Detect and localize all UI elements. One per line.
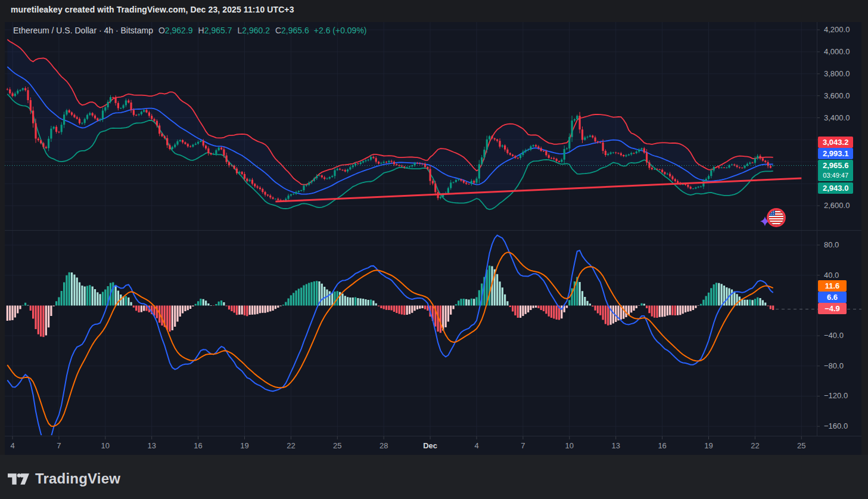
- time-axis-label: 4: [474, 441, 478, 450]
- close-label: C: [275, 26, 281, 35]
- high-label: H: [198, 26, 204, 35]
- time-scale[interactable]: 4710131619222528Dec47101316192225: [5, 436, 817, 455]
- time-axis-label: 10: [101, 441, 110, 450]
- price-axis-label: 4,200.0: [824, 25, 850, 35]
- symbol-legend[interactable]: Ethereum / U.S. Dollar · 4h · BitstampO2…: [13, 26, 367, 36]
- lower-band-badge: 2,943.0: [818, 182, 853, 194]
- symbol-title: Ethereum / U.S. Dollar · 4h · Bitstamp: [13, 26, 153, 35]
- change-value: +2.6 (+0.09%): [314, 26, 367, 35]
- bar-countdown: 03:49:47: [823, 171, 848, 179]
- time-axis-label: 7: [521, 441, 525, 450]
- time-axis-label: 22: [751, 441, 759, 450]
- macd-axis-label: −40.0: [824, 331, 844, 340]
- price-axis-label: 4,000.0: [824, 47, 850, 57]
- time-axis-label: 28: [379, 441, 388, 450]
- time-axis-label: 16: [194, 441, 202, 450]
- time-axis-label: 19: [240, 441, 248, 450]
- macd-histogram-badge: −4.9: [818, 303, 847, 314]
- basis-badge: 2,993.1: [818, 148, 853, 159]
- time-axis-label: Dec: [423, 441, 437, 450]
- time-axis-label: 25: [333, 441, 341, 450]
- time-axis-label: 4: [10, 441, 14, 450]
- time-axis-label: 7: [57, 441, 61, 450]
- price-axis-label: 3,600.0: [824, 91, 850, 101]
- tradingview-logo[interactable]: TradingView: [8, 469, 120, 488]
- upper-band-badge: 3,043.2: [818, 137, 853, 148]
- open-value: 2,962.9: [165, 26, 193, 35]
- macd-value-badge: 6.6: [818, 292, 847, 303]
- pane-divider[interactable]: [5, 230, 861, 231]
- macd-axis-label: −120.0: [824, 391, 848, 401]
- macd-axis-label: 80.0: [824, 240, 839, 250]
- last-price-value: 2,965.6: [823, 160, 848, 171]
- time-axis-label: 13: [147, 441, 155, 450]
- open-label: O: [158, 26, 165, 35]
- close-value: 2,965.6: [281, 26, 309, 35]
- price-scale[interactable]: 3,043.2 2,993.1 2,965.6 03:49:47 2,943.0…: [817, 22, 861, 436]
- macd-axis-label: −80.0: [824, 361, 844, 371]
- macd-axis-label: 40.0: [824, 271, 839, 280]
- price-axis-label: 3,800.0: [824, 69, 850, 79]
- tradingview-mark-icon: [8, 473, 29, 485]
- us-flag-sticker[interactable]: [760, 206, 788, 232]
- macd-signal-badge: 11.6: [818, 280, 847, 292]
- price-axis-label: 2,600.0: [824, 201, 850, 210]
- low-value: 2,960.2: [242, 26, 270, 35]
- time-axis-label: 19: [704, 441, 713, 450]
- time-axis-label: 22: [287, 441, 295, 450]
- high-value: 2,965.7: [204, 26, 232, 35]
- tradingview-brand-text: TradingView: [35, 470, 120, 487]
- time-axis-label: 10: [565, 441, 574, 450]
- macd-axis-label: −160.0: [824, 421, 848, 431]
- time-axis-label: 25: [797, 441, 805, 450]
- time-axis-label: 13: [611, 441, 620, 450]
- last-price-badge: 2,965.6 03:49:47: [818, 160, 853, 181]
- time-axis-label: 16: [658, 441, 666, 450]
- price-axis-label: 3,400.0: [824, 113, 850, 123]
